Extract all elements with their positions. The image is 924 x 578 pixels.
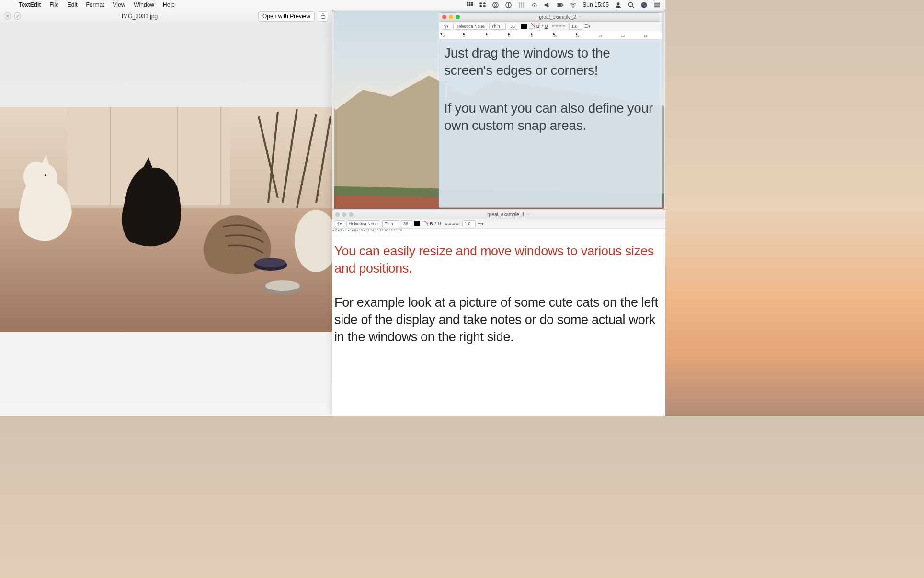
close-traffic-light[interactable] [442, 15, 446, 19]
svg-point-18 [573, 7, 574, 8]
bold-button[interactable]: B [536, 24, 540, 29]
siri-icon[interactable] [640, 1, 648, 9]
grid-icon[interactable] [466, 1, 473, 9]
quicklook-body [0, 23, 332, 416]
italic-button[interactable]: I [541, 24, 543, 29]
textedit-window-1[interactable]: great_example_1 ﹀ ¶▾ Helvetica Neue Thin… [332, 210, 665, 416]
text-cursor [445, 81, 657, 98]
highlight-swatch[interactable] [422, 221, 428, 226]
window-title: great_example_2 ﹀ [462, 14, 659, 21]
svg-rect-2 [471, 1, 473, 3]
underline-button[interactable]: U [438, 221, 441, 226]
svg-point-20 [628, 2, 632, 6]
document-body[interactable]: You can easily resize and move windows t… [332, 237, 665, 349]
textedit-toolbar: ¶▾ Helvetica Neue Thin 36 B I U ≡ ≡ ≡ ≡ … [439, 22, 662, 31]
font-size-select[interactable]: 36 [508, 23, 519, 30]
window-title: great_example_1 ﹀ [355, 211, 662, 218]
font-select[interactable]: Helvetica Neue [453, 23, 487, 30]
menu-file[interactable]: File [45, 1, 63, 8]
svg-point-14 [534, 5, 535, 6]
window-titlebar[interactable]: great_example_1 ﹀ [332, 210, 665, 219]
svg-rect-9 [508, 4, 509, 7]
text-color-swatch[interactable] [414, 221, 420, 226]
minimize-traffic-light[interactable] [449, 15, 453, 19]
ruler[interactable]: ▾ 0 ▸2 ▸4 ▸6 ▸8 ▸10 ▸12 14 16 18 [439, 31, 662, 40]
font-weight-select[interactable]: Thin [382, 220, 399, 227]
battery-icon[interactable] [557, 1, 564, 9]
list-button[interactable]: ☰▾ [478, 221, 484, 226]
svg-rect-11 [519, 2, 520, 7]
svg-point-6 [493, 2, 498, 7]
menu-format[interactable]: Format [81, 1, 108, 8]
spotlight-icon[interactable] [627, 1, 635, 9]
svg-rect-25 [654, 6, 660, 7]
list-button[interactable]: ☰▾ [584, 24, 591, 29]
menu-view[interactable]: View [109, 1, 130, 8]
quicklook-titlebar: ✕ ⤢ IMG_3031.jpg Open with Preview [0, 10, 332, 23]
menu-edit[interactable]: Edit [63, 1, 82, 8]
text-paragraph: You can easily resize and move windows t… [334, 243, 662, 277]
text-color-swatch[interactable] [521, 24, 527, 29]
svg-point-10 [508, 3, 509, 4]
svg-rect-0 [467, 1, 468, 3]
paragraph-style-select[interactable]: ¶▾ [442, 23, 451, 30]
line-spacing-select[interactable]: 1.0 [462, 220, 476, 227]
svg-point-36 [255, 258, 286, 267]
line-spacing-select[interactable]: 1.0 [569, 23, 582, 30]
svg-rect-23 [654, 2, 660, 3]
menu-help[interactable]: Help [159, 1, 179, 8]
svg-rect-16 [558, 4, 562, 6]
fullscreen-button[interactable]: ⤢ [14, 12, 21, 20]
zoom-traffic-light[interactable] [349, 212, 353, 217]
svg-rect-13 [523, 2, 525, 7]
close-traffic-light[interactable] [335, 212, 340, 217]
svg-point-34 [45, 174, 46, 176]
info-icon[interactable] [505, 1, 512, 9]
quicklook-image [0, 107, 332, 332]
zoom-traffic-light[interactable] [456, 15, 460, 19]
close-button[interactable]: ✕ [4, 12, 11, 20]
window-titlebar[interactable]: great_example_2 ﹀ [439, 13, 662, 22]
volume-icon[interactable] [544, 1, 551, 9]
font-weight-select[interactable]: Thin [489, 23, 506, 30]
open-with-preview-button[interactable]: Open with Preview [258, 11, 315, 22]
notifications-icon[interactable] [653, 1, 661, 9]
text-paragraph: Just drag the windows to the screen's ed… [444, 45, 657, 80]
svg-rect-4 [469, 4, 471, 6]
textedit-window-2[interactable]: great_example_2 ﹀ ¶▾ Helvetica Neue Thin… [439, 12, 662, 208]
bold-button[interactable]: B [430, 221, 433, 226]
svg-rect-12 [521, 2, 522, 7]
align-buttons[interactable]: ≡ ≡ ≡ ≡ [445, 221, 458, 226]
highlight-swatch[interactable] [529, 24, 535, 29]
user-icon[interactable] [615, 1, 622, 9]
svg-line-21 [632, 6, 634, 8]
underline-button[interactable]: U [545, 24, 548, 29]
font-select[interactable]: Helvetica Neue [346, 220, 380, 227]
svg-rect-5 [471, 4, 473, 6]
app-name[interactable]: TextEdit [14, 1, 45, 8]
svg-point-19 [617, 2, 620, 5]
menubar: TextEdit File Edit Format View Window He… [0, 0, 665, 10]
menubar-clock[interactable]: Sun 15:05 [582, 1, 609, 8]
font-size-select[interactable]: 36 [401, 220, 412, 227]
cc-icon[interactable] [492, 1, 499, 9]
airdrop-icon[interactable] [531, 1, 538, 9]
wifi-icon[interactable] [570, 1, 577, 9]
textedit-toolbar: ¶▾ Helvetica Neue Thin 36 B I U ≡ ≡ ≡ ≡ … [332, 219, 665, 229]
svg-rect-17 [563, 4, 564, 6]
svg-point-38 [265, 280, 300, 291]
share-button[interactable] [318, 11, 328, 22]
svg-rect-3 [467, 4, 468, 6]
menu-window[interactable]: Window [129, 1, 159, 8]
columns-icon[interactable] [518, 1, 525, 9]
dropbox-icon[interactable] [479, 1, 486, 9]
paragraph-style-select[interactable]: ¶▾ [335, 220, 344, 227]
italic-button[interactable]: I [434, 221, 436, 226]
ruler[interactable]: ▾ 0 ▸2 ▸4 ▸6 ▸8 ▸10 ▸12 14 16 18 20 22 2… [332, 229, 665, 237]
quicklook-title: IMG_3031.jpg [24, 13, 255, 20]
document-body[interactable]: Just drag the windows to the screen's ed… [439, 40, 662, 139]
align-buttons[interactable]: ≡ ≡ ≡ ≡ [551, 24, 565, 29]
minimize-traffic-light[interactable] [342, 212, 346, 217]
quicklook-window: ✕ ⤢ IMG_3031.jpg Open with Preview [0, 10, 332, 416]
svg-rect-1 [469, 1, 471, 3]
